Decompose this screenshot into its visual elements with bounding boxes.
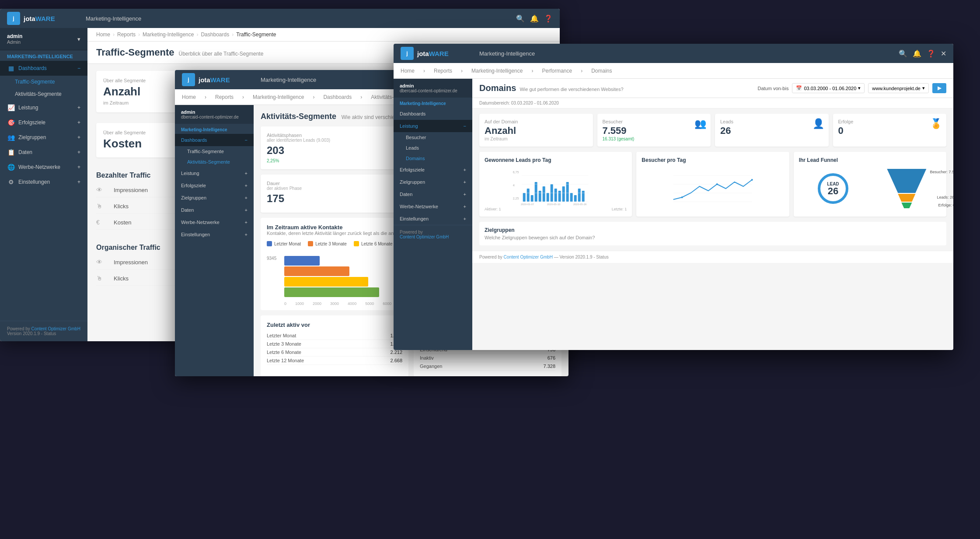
front-date-value: 03.03.2000 - 01.06.2020 <box>804 86 856 91</box>
mid-nav-home[interactable]: Home <box>182 94 196 100</box>
front-page-title-area: Domains Wie gut performen die verschiede… <box>479 83 624 93</box>
kontakte-row-5: Gegangen 7.328 <box>420 362 555 371</box>
sidebar-item-daten[interactable]: 📋 Daten + <box>0 145 87 160</box>
front-expand-2: + <box>464 179 466 185</box>
mid-sidebar-daten[interactable]: Daten + <box>175 204 254 216</box>
svg-marker-33 <box>887 169 927 193</box>
main-sidebar: admin Admin ▾ Marketing-Intelligence ▦ D… <box>0 28 87 341</box>
mid-value-1: 203 <box>267 144 402 157</box>
mid-stat-dauer: Dauer der aktiven Phase 175 <box>261 175 408 213</box>
front-sidebar-werbe[interactable]: Werbe-Netzwerke + <box>394 200 472 213</box>
front-date-input[interactable]: 📅 03.03.2000 - 01.06.2020 ▾ <box>792 83 865 93</box>
mid-sidebar-aktivitaets[interactable]: Aktivitäts-Segmente <box>175 157 254 167</box>
front-help-icon[interactable]: ❓ <box>927 49 935 58</box>
front-sidebar-einstellungen[interactable]: Einstellungen + <box>394 213 472 225</box>
mid-expand-1: + <box>245 171 248 176</box>
front-sidebar-daten[interactable]: Daten + <box>394 188 472 200</box>
mid-sidebar-user[interactable]: admin dbercaid-content-optimizer.de <box>175 105 254 124</box>
besucher-chart-svg <box>642 167 784 206</box>
front-footer-link[interactable]: Content Optimizer GmbH <box>400 234 449 239</box>
front-sidebar-dashboards[interactable]: Dashboards <box>394 108 472 120</box>
mid-sidebar-traffic[interactable]: Traffic-Segmente <box>175 146 254 157</box>
svg-rect-16 <box>574 195 577 202</box>
mid-sidebar-leistung[interactable]: Leistung + <box>175 167 254 179</box>
mid-sidebar-werbe[interactable]: Werbe-Netzwerke + <box>175 216 254 228</box>
svg-rect-6 <box>535 182 537 202</box>
mid-sidebar-erfolgsziele[interactable]: Erfolgsziele + <box>175 179 254 192</box>
front-stats-grid: Auf der Domain Anzahl im Zeitraum Besuch… <box>472 108 953 152</box>
front-nav-reports[interactable]: Reports <box>434 68 452 74</box>
breadcrumb-current: Traffic-Segmente <box>236 32 276 38</box>
front-sidebar-leistung[interactable]: Leistung − <box>394 120 472 132</box>
expand-icon-4: + <box>77 149 80 155</box>
front-expand-1: + <box>464 167 466 172</box>
sidebar-einstellungen-label: Einstellungen <box>18 179 50 185</box>
front-footer-company[interactable]: Content Optimizer GmbH <box>504 255 553 259</box>
chevron-down-icon: ▾ <box>77 36 80 42</box>
legend-1: Letzter Monat <box>267 241 301 246</box>
legend-dot-3 <box>354 241 359 246</box>
mid-sidebar-section: Marketing-Intelligence <box>175 124 254 134</box>
front-collapse-icon: − <box>464 123 466 129</box>
front-stat-label-3: Leads <box>720 119 823 124</box>
lead-number: 26 <box>828 186 838 196</box>
funnel-chart-title: Ihr Lead Funnel <box>799 157 941 163</box>
sidebar-user[interactable]: admin Admin ▾ <box>0 28 87 50</box>
mid-nav-reports[interactable]: Reports <box>215 94 234 100</box>
front-sidebar-besucher[interactable]: Besucher <box>394 132 472 143</box>
search-icon[interactable]: 🔍 <box>516 14 525 23</box>
mid-expand-4: + <box>245 207 248 213</box>
front-ok-button[interactable]: ▶ <box>932 83 946 93</box>
mid-sidebar-einstellungen[interactable]: Einstellungen + <box>175 228 254 241</box>
front-window: j jotaWARE Marketing-Intelligence 🔍 🔔 ❓ … <box>394 44 953 350</box>
sidebar-item-einstellungen[interactable]: ⚙ Einstellungen + <box>0 175 87 189</box>
front-zielgruppen: Zielgruppen Welche Zielgruppen bewegen s… <box>472 222 953 251</box>
mid-nav-sep4: › <box>360 94 362 100</box>
sidebar-item-erfolgsziele[interactable]: 🎯 Erfolgsziele + <box>0 115 87 130</box>
front-nav-sep4: › <box>581 68 582 74</box>
help-icon[interactable]: ❓ <box>544 14 553 23</box>
mid-label-3: Dauer <box>267 181 402 186</box>
front-sidebar: admin dbercaid-content-optimizer.de Mark… <box>394 79 472 350</box>
mid-nav-mi[interactable]: Marketing-Intelligence <box>253 94 304 100</box>
mid-nav-dashboards[interactable]: Dashboards <box>323 94 352 100</box>
expand-icon: + <box>77 105 80 111</box>
svg-text:6,75: 6,75 <box>513 171 519 174</box>
sidebar-item-traffic-segmente[interactable]: Traffic-Segmente <box>0 76 87 88</box>
mid-app-title: Marketing-Intelligence <box>252 77 316 83</box>
mid-sidebar-zielgruppen[interactable]: Zielgruppen + <box>175 192 254 204</box>
sidebar-item-leistung[interactable]: 📈 Leistung + <box>0 100 87 115</box>
bell-icon[interactable]: 🔔 <box>530 14 539 23</box>
breadcrumb-home[interactable]: Home <box>96 32 110 38</box>
front-domain-filter[interactable]: www.kundenprojekt.de ▾ <box>868 83 929 93</box>
front-bell-icon[interactable]: 🔔 <box>913 49 921 58</box>
front-sidebar-user[interactable]: admin dbercaid-content-optimizer.de <box>394 79 472 98</box>
svg-point-30 <box>681 196 683 198</box>
front-search-icon[interactable]: 🔍 <box>899 49 907 58</box>
breadcrumb-dashboards[interactable]: Dashboards <box>201 32 229 38</box>
front-nav-mi[interactable]: Marketing-Intelligence <box>471 68 523 74</box>
annotation-1: Aktiver: 1 <box>485 207 501 211</box>
front-nav-sep1: › <box>423 68 425 74</box>
front-sidebar-leads[interactable]: Leads <box>394 143 472 153</box>
front-sidebar-erfolgsziele[interactable]: Erfolgsziele + <box>394 164 472 176</box>
front-sidebar-zielgruppen[interactable]: Zielgruppen + <box>394 176 472 188</box>
front-body: admin dbercaid-content-optimizer.de Mark… <box>394 79 953 350</box>
sidebar-item-zielgruppen[interactable]: 👥 Zielgruppen + <box>0 130 87 145</box>
front-stat-label-2: Besucher <box>603 119 706 124</box>
svg-rect-4 <box>527 189 530 202</box>
mid-sidebar-dashboards[interactable]: Dashboards − <box>175 134 254 146</box>
front-sidebar-leistung-label: Leistung <box>400 123 418 129</box>
sidebar-item-aktivitaets-segmente[interactable]: Aktivitäts-Segmente <box>0 88 87 100</box>
front-close-icon[interactable]: ✕ <box>941 49 946 58</box>
front-nav-home[interactable]: Home <box>401 68 415 74</box>
front-nav-performance[interactable]: Performance <box>542 68 572 74</box>
front-sidebar-domains[interactable]: Domains <box>394 153 472 164</box>
sidebar-item-dashboards[interactable]: ▦ Dashboards − <box>0 61 87 76</box>
footer-company-link[interactable]: Content Optimizer GmbH <box>31 326 80 331</box>
breadcrumb-mi[interactable]: Marketing-Intelligence <box>143 32 194 38</box>
breadcrumb-reports[interactable]: Reports <box>117 32 136 38</box>
sidebar-item-werbe-netzwerke[interactable]: 🌐 Werbe-Netzwerke + <box>0 160 87 175</box>
mid-user-name: admin <box>181 109 248 115</box>
zuletzt-row-4: Letzte 12 Monate 2.668 <box>267 357 402 365</box>
